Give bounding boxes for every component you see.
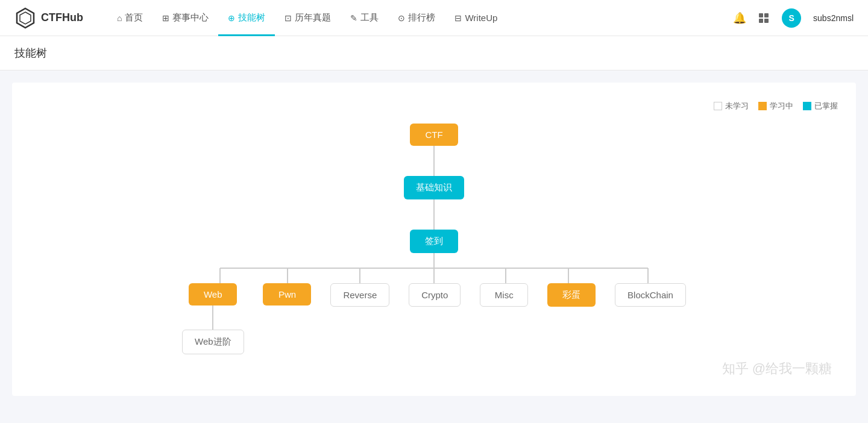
main-nav: ⌂ 首页 ⊞ 赛事中心 ⊕ 技能树 ⊡ 历年真题 ✎ 工具 ⊙ 排行榜 ⊟ Wr…: [107, 0, 734, 36]
svg-marker-1: [20, 12, 31, 24]
nav-label-writeup: WriteUp: [465, 13, 497, 23]
page-title: 技能树: [14, 46, 854, 60]
past-questions-icon: ⊡: [285, 13, 292, 23]
nav-label-past-questions: 历年真题: [295, 12, 331, 24]
username[interactable]: subs2nmsl: [813, 13, 854, 23]
node-web-advanced[interactable]: Web进阶: [182, 330, 244, 354]
logo-area[interactable]: CTFHub: [14, 7, 83, 29]
col-crypto: Crypto: [409, 283, 461, 307]
skill-tree-icon: ⊕: [228, 13, 235, 23]
nav-label-ranking: 排行榜: [408, 12, 435, 24]
col-web: Web Web进阶: [182, 283, 244, 354]
col-easter: 彩蛋: [547, 283, 596, 307]
node-ctf[interactable]: CTF: [410, 124, 458, 146]
nav-item-home[interactable]: ⌂ 首页: [107, 0, 153, 36]
writeup-icon: ⊟: [454, 13, 462, 23]
svg-rect-5: [764, 19, 769, 23]
nav-item-ranking[interactable]: ⊙ 排行榜: [388, 0, 445, 36]
header-right: 🔔 S subs2nmsl: [734, 8, 854, 28]
root-branch: CTF 基础知识 签到: [163, 124, 705, 354]
nav-item-past-questions[interactable]: ⊡ 历年真题: [275, 0, 341, 36]
legend-label-mastered: 已掌握: [814, 101, 838, 111]
header: CTFHub ⌂ 首页 ⊞ 赛事中心 ⊕ 技能树 ⊡ 历年真题 ✎ 工具 ⊙ 排…: [0, 0, 868, 36]
vline-2: [433, 199, 435, 230]
legend-mastered: 已掌握: [803, 101, 838, 111]
h-connector-area: [163, 253, 705, 283]
contest-icon: ⊞: [162, 13, 169, 23]
svg-rect-3: [764, 13, 769, 17]
nav-item-contest[interactable]: ⊞ 赛事中心: [153, 0, 218, 36]
tree-lines-svg: [163, 253, 705, 283]
nav-item-tools[interactable]: ✎ 工具: [341, 0, 388, 36]
logo-icon: [14, 7, 36, 29]
notification-icon[interactable]: 🔔: [734, 12, 746, 24]
main-content: 未学习 学习中 已掌握 CTF 基础知识 签到: [0, 70, 868, 408]
avatar[interactable]: S: [782, 8, 801, 28]
legend-label-unlearned: 未学习: [725, 101, 749, 111]
col-blockchain: BlockChain: [615, 283, 686, 307]
vline-1: [433, 146, 435, 176]
ranking-icon: ⊙: [398, 13, 405, 23]
node-signup[interactable]: 签到: [410, 230, 458, 253]
tools-icon: ✎: [350, 13, 357, 23]
svg-marker-0: [17, 8, 34, 28]
nav-item-skill-tree[interactable]: ⊕ 技能树: [218, 0, 275, 36]
svg-rect-2: [759, 13, 763, 17]
legend-box-learning: [758, 102, 767, 110]
legend-label-learning: 学习中: [770, 101, 793, 111]
legend: 未学习 学习中 已掌握: [30, 101, 838, 111]
node-basics[interactable]: 基础知识: [404, 176, 464, 199]
node-easter-egg[interactable]: 彩蛋: [547, 283, 596, 307]
nav-label-home: 首页: [125, 12, 143, 24]
node-misc[interactable]: Misc: [480, 283, 528, 307]
col-reverse: Reverse: [330, 283, 389, 307]
legend-box-mastered: [803, 102, 811, 110]
legend-learning: 学习中: [758, 101, 793, 111]
nav-label-contest: 赛事中心: [172, 12, 209, 24]
node-reverse[interactable]: Reverse: [330, 283, 389, 307]
watermark: 知乎 @给我一颗糖: [722, 360, 832, 378]
node-web[interactable]: Web: [189, 283, 237, 306]
node-blockchain[interactable]: BlockChain: [615, 283, 686, 307]
page-title-area: 技能树: [0, 36, 868, 70]
legend-unlearned: 未学习: [714, 101, 749, 111]
skill-tree-container: 未学习 学习中 已掌握 CTF 基础知识 签到: [12, 83, 856, 396]
node-crypto[interactable]: Crypto: [409, 283, 461, 307]
nav-label-tools: 工具: [360, 12, 379, 24]
col-pwn: Pwn: [263, 283, 311, 306]
nav-label-skill-tree: 技能树: [238, 12, 265, 24]
node-pwn[interactable]: Pwn: [263, 283, 311, 306]
logo-text: CTFHub: [41, 11, 83, 24]
col-misc: Misc: [480, 283, 528, 307]
svg-rect-4: [759, 19, 763, 23]
legend-box-unlearned: [714, 102, 722, 110]
level4-children: Web Web进阶 Pwn Reverse Crypto: [163, 283, 705, 354]
skill-tree: CTF 基础知识 签到: [30, 124, 838, 354]
grid-icon[interactable]: [758, 12, 770, 24]
nav-item-writeup[interactable]: ⊟ WriteUp: [445, 0, 507, 36]
home-icon: ⌂: [117, 13, 122, 23]
vline-web: [212, 306, 213, 330]
